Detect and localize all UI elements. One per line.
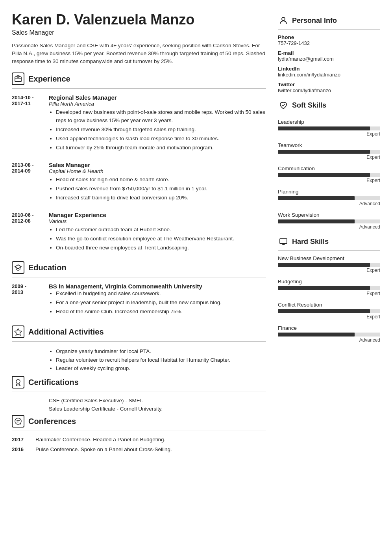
skill-level: Advanced — [278, 201, 380, 206]
skill-item: Work Supervision Advanced — [278, 212, 380, 230]
additional-icon — [12, 325, 24, 338]
skill-bar-fill — [278, 333, 355, 336]
bullet: Cut turnover by 25% through team morale … — [56, 144, 266, 152]
bullet: Head of sales for high-end home & hearth… — [56, 176, 266, 184]
personal-info-item-value: lydiafmanzo@gmail.com — [278, 56, 380, 62]
experience-section-header: Experience — [12, 73, 266, 85]
right-column: Personal Info Phone 757-729-1432 E-mail … — [278, 12, 380, 542]
experience-entry: 2013-08 -2014-09 Sales Manager Capital H… — [12, 162, 266, 203]
conference-year: 2017 — [12, 437, 28, 442]
skill-bar-fill — [278, 263, 370, 267]
experience-divider — [12, 88, 266, 89]
personal-info-header: Personal Info — [278, 15, 380, 26]
conference-description: Rainmaker Conference. Headed a Panel on … — [35, 437, 165, 442]
bullet: Increased revenue 30% through targeted s… — [56, 126, 266, 134]
skill-bar-fill — [278, 286, 370, 290]
conferences-icon — [12, 415, 24, 428]
soft-skills-list: Leadership Expert Teamwork Expert Commun… — [278, 119, 380, 230]
education-entry: 2009 -2013 BS in Management, Virginia Co… — [12, 283, 266, 317]
education-section-header: Education — [12, 261, 266, 274]
personal-info-item: Twitter twitter.com/lydiafmanzo — [278, 82, 380, 93]
job-title: Regional Sales Manager — [49, 94, 266, 101]
skill-item: New Business Development Expert — [278, 255, 380, 273]
bullet: Excelled in budgeting and sales coursewo… — [56, 290, 266, 298]
degree: BS in Management, Virginia Commonwealth … — [49, 283, 266, 290]
skill-level: Expert — [278, 268, 380, 273]
experience-entry: 2014-10 -2017-11 Regional Sales Manager … — [12, 94, 266, 153]
skill-item: Teamwork Expert — [278, 142, 380, 160]
conferences-label: Conferences — [28, 417, 76, 426]
skill-level: Expert — [278, 291, 380, 296]
additional-bullet: Organize yearly fundraiser for local PTA… — [56, 347, 266, 356]
soft-skills-icon — [278, 100, 289, 111]
skill-bar — [278, 286, 380, 290]
bullet: Increased staff training to drive lead c… — [56, 194, 266, 202]
skill-bar — [278, 309, 380, 313]
soft-skills-divider — [278, 114, 380, 114]
additional-bullet: Leader of weekly cycling group. — [56, 364, 266, 373]
personal-info-label: Personal Info — [292, 17, 337, 25]
hard-skills-list: New Business Development Expert Budgetin… — [278, 255, 380, 343]
bullet: Pushed sales revenue from $750,000/yr to… — [56, 185, 266, 193]
svg-point-4 — [16, 379, 20, 383]
certifications-items: CSE (Certified Sales Executive) - SMEI.S… — [49, 398, 266, 412]
skill-name: Budgeting — [278, 279, 380, 284]
skill-bar — [278, 173, 380, 177]
skill-name: Finance — [278, 325, 380, 331]
resume-name: Karen D. Valenzuela Manzo — [12, 12, 266, 28]
skill-level: Advanced — [278, 337, 380, 343]
svg-point-6 — [282, 17, 285, 20]
personal-info-item-label: LinkedIn — [278, 66, 380, 72]
edu-bullets: Excelled in budgeting and sales coursewo… — [49, 290, 266, 316]
additional-section-header: Additional Activities — [12, 325, 266, 338]
skill-name: Teamwork — [278, 142, 380, 148]
certification-item: Sales Leadership Certificate - Cornell U… — [49, 406, 266, 412]
entry-bullets: Developed new business with point-of-sal… — [49, 108, 266, 152]
skill-bar — [278, 333, 380, 336]
skill-bar — [278, 126, 380, 130]
personal-info-item-label: Twitter — [278, 82, 380, 87]
bullet: Used applied technologies to slash lead … — [56, 135, 266, 143]
entry-bullets: Head of sales for high-end home & hearth… — [49, 176, 266, 202]
conference-year: 2016 — [12, 446, 28, 452]
svg-rect-7 — [280, 239, 287, 244]
entry-bullets: Led the customer outreach team at Hubert… — [49, 226, 266, 252]
additional-divider — [12, 341, 266, 342]
left-column: Karen D. Valenzuela Manzo Sales Manager … — [12, 12, 266, 542]
entry-date: 2014-10 -2017-11 — [12, 94, 43, 153]
certifications-section-header: Certifications — [12, 376, 266, 389]
skill-name: Leadership — [278, 119, 380, 125]
certifications-divider — [12, 392, 266, 392]
entry-body: Manager Experience Various Led the custo… — [49, 212, 266, 253]
job-title: Sales Manager — [49, 162, 266, 168]
hard-skills-header: Hard Skills — [278, 236, 380, 247]
bullet: Developed new business with point-of-sal… — [56, 108, 266, 125]
skill-item: Finance Advanced — [278, 325, 380, 343]
company: Various — [49, 218, 266, 224]
skill-level: Expert — [278, 314, 380, 320]
skill-item: Planning Advanced — [278, 189, 380, 206]
bullet: Led the customer outreach team at Hubert… — [56, 226, 266, 234]
svg-rect-0 — [15, 77, 21, 82]
conferences-divider — [12, 431, 266, 431]
skill-bar-fill — [278, 219, 355, 223]
skill-bar-fill — [278, 309, 370, 313]
personal-info-item: E-mail lydiafmanzo@gmail.com — [278, 50, 380, 62]
skill-name: Work Supervision — [278, 212, 380, 218]
entry-body: Regional Sales Manager Pilla North Ameri… — [49, 94, 266, 153]
skill-bar — [278, 219, 380, 223]
entry-date: 2009 -2013 — [12, 283, 43, 317]
additional-label: Additional Activities — [28, 327, 104, 336]
additional-bullet: Regular volunteer to recruit helpers for… — [56, 356, 266, 364]
skill-level: Advanced — [278, 224, 380, 230]
skill-item: Conflict Resolution Expert — [278, 302, 380, 320]
conference-description: Pulse Conference. Spoke on a Panel about… — [35, 446, 172, 452]
skill-bar-fill — [278, 126, 370, 130]
personal-info-item-value: 757-729-1432 — [278, 40, 380, 46]
experience-icon — [12, 73, 24, 85]
conference-entry: 2017 Rainmaker Conference. Headed a Pane… — [12, 437, 266, 442]
personal-info-list: Phone 757-729-1432 E-mail lydiafmanzo@gm… — [278, 34, 380, 93]
entry-date: 2013-08 -2014-09 — [12, 162, 43, 203]
experience-entries: 2014-10 -2017-11 Regional Sales Manager … — [12, 94, 266, 253]
personal-info-item-label: E-mail — [278, 50, 380, 56]
